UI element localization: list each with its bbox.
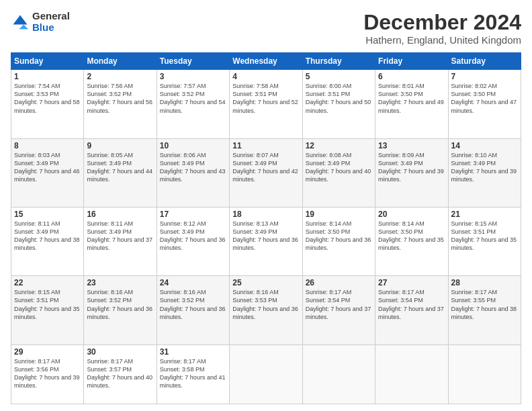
calendar-header-thursday: Thursday: [302, 53, 375, 70]
logo-icon: [11, 13, 30, 32]
cell-info: Sunrise: 7:57 AMSunset: 3:52 PMDaylight:…: [160, 82, 226, 115]
calendar-cell-day-20: 20Sunrise: 8:14 AMSunset: 3:50 PMDayligh…: [375, 207, 448, 275]
calendar-cell-day-17: 17Sunrise: 8:12 AMSunset: 3:49 PMDayligh…: [157, 207, 229, 275]
cell-info: Sunrise: 8:08 AMSunset: 3:49 PMDaylight:…: [306, 151, 372, 184]
calendar-week-1: 1Sunrise: 7:54 AMSunset: 3:53 PMDaylight…: [11, 70, 521, 138]
day-number: 16: [87, 210, 153, 219]
cell-info: Sunrise: 8:05 AMSunset: 3:49 PMDaylight:…: [87, 151, 153, 184]
cell-info: Sunrise: 8:07 AMSunset: 3:49 PMDaylight:…: [232, 151, 299, 184]
day-number: 9: [87, 141, 153, 150]
day-number: 3: [160, 72, 226, 81]
day-number: 7: [451, 72, 518, 81]
calendar-cell-day-26: 26Sunrise: 8:17 AMSunset: 3:54 PMDayligh…: [302, 276, 375, 345]
calendar-cell-day-9: 9Sunrise: 8:05 AMSunset: 3:49 PMDaylight…: [84, 138, 157, 207]
cell-info: Sunrise: 8:14 AMSunset: 3:50 PMDaylight:…: [378, 220, 445, 253]
calendar-header-wednesday: Wednesday: [230, 53, 302, 70]
calendar-cell-day-8: 8Sunrise: 8:03 AMSunset: 3:49 PMDaylight…: [11, 138, 84, 207]
day-number: 31: [160, 347, 226, 357]
calendar-cell-empty-3-5: [375, 345, 448, 404]
calendar-cell-day-2: 2Sunrise: 7:56 AMSunset: 3:52 PMDaylight…: [84, 70, 157, 138]
day-number: 8: [14, 141, 81, 150]
logo-line2: Blue: [32, 22, 70, 34]
svg-marker-0: [13, 15, 28, 24]
day-number: 19: [306, 210, 372, 219]
calendar-header-saturday: Saturday: [448, 53, 521, 70]
cell-info: Sunrise: 8:16 AMSunset: 3:52 PMDaylight:…: [87, 288, 153, 321]
day-number: 22: [14, 278, 81, 287]
logo: General Blue: [11, 11, 70, 33]
calendar-week-2: 8Sunrise: 8:03 AMSunset: 3:49 PMDaylight…: [11, 138, 521, 207]
cell-info: Sunrise: 7:54 AMSunset: 3:53 PMDaylight:…: [14, 82, 81, 115]
cell-info: Sunrise: 8:01 AMSunset: 3:50 PMDaylight:…: [378, 82, 445, 115]
calendar-cell-day-4: 4Sunrise: 7:58 AMSunset: 3:51 PMDaylight…: [230, 70, 302, 138]
calendar-cell-empty-3-4: [302, 345, 375, 404]
day-number: 15: [14, 210, 81, 219]
cell-info: Sunrise: 8:13 AMSunset: 3:49 PMDaylight:…: [232, 220, 299, 253]
day-number: 26: [306, 278, 372, 287]
cell-info: Sunrise: 8:17 AMSunset: 3:58 PMDaylight:…: [160, 357, 226, 390]
calendar-cell-day-15: 15Sunrise: 8:11 AMSunset: 3:49 PMDayligh…: [11, 207, 84, 275]
calendar-cell-day-27: 27Sunrise: 8:17 AMSunset: 3:54 PMDayligh…: [375, 276, 448, 345]
calendar-table: SundayMondayTuesdayWednesdayThursdayFrid…: [11, 52, 521, 404]
day-number: 10: [160, 141, 226, 150]
calendar-cell-day-24: 24Sunrise: 8:16 AMSunset: 3:52 PMDayligh…: [157, 276, 229, 345]
calendar-cell-day-3: 3Sunrise: 7:57 AMSunset: 3:52 PMDaylight…: [157, 70, 229, 138]
calendar-cell-day-1: 1Sunrise: 7:54 AMSunset: 3:53 PMDaylight…: [11, 70, 84, 138]
calendar-header-friday: Friday: [375, 53, 448, 70]
cell-info: Sunrise: 8:02 AMSunset: 3:50 PMDaylight:…: [451, 82, 518, 115]
day-number: 14: [451, 141, 518, 150]
calendar-cell-day-7: 7Sunrise: 8:02 AMSunset: 3:50 PMDaylight…: [448, 70, 521, 138]
day-number: 30: [87, 347, 153, 357]
calendar-week-3: 15Sunrise: 8:11 AMSunset: 3:49 PMDayligh…: [11, 207, 521, 275]
cell-info: Sunrise: 8:10 AMSunset: 3:49 PMDaylight:…: [451, 151, 518, 184]
header: General Blue December 2024 Hathern, Engl…: [11, 11, 521, 46]
day-number: 5: [306, 72, 372, 81]
day-number: 21: [451, 210, 518, 219]
day-number: 18: [232, 210, 299, 219]
cell-info: Sunrise: 8:11 AMSunset: 3:49 PMDaylight:…: [87, 220, 153, 253]
logo-line1: General: [32, 11, 70, 22]
svg-marker-1: [19, 24, 28, 29]
calendar-cell-day-13: 13Sunrise: 8:09 AMSunset: 3:49 PMDayligh…: [375, 138, 448, 207]
calendar-cell-day-5: 5Sunrise: 8:00 AMSunset: 3:51 PMDaylight…: [302, 70, 375, 138]
cell-info: Sunrise: 8:03 AMSunset: 3:49 PMDaylight:…: [14, 151, 81, 184]
calendar-cell-day-19: 19Sunrise: 8:14 AMSunset: 3:50 PMDayligh…: [302, 207, 375, 275]
day-number: 24: [160, 278, 226, 287]
cell-info: Sunrise: 8:14 AMSunset: 3:50 PMDaylight:…: [306, 220, 372, 253]
cell-info: Sunrise: 8:12 AMSunset: 3:49 PMDaylight:…: [160, 220, 226, 253]
calendar-cell-day-12: 12Sunrise: 8:08 AMSunset: 3:49 PMDayligh…: [302, 138, 375, 207]
calendar-header-tuesday: Tuesday: [157, 53, 229, 70]
cell-info: Sunrise: 8:09 AMSunset: 3:49 PMDaylight:…: [378, 151, 445, 184]
day-number: 29: [14, 347, 81, 357]
calendar-week-5: 29Sunrise: 8:17 AMSunset: 3:56 PMDayligh…: [11, 345, 521, 404]
calendar-cell-day-21: 21Sunrise: 8:15 AMSunset: 3:51 PMDayligh…: [448, 207, 521, 275]
calendar-cell-day-28: 28Sunrise: 8:17 AMSunset: 3:55 PMDayligh…: [448, 276, 521, 345]
subtitle: Hathern, England, United Kingdom: [363, 34, 521, 46]
day-number: 28: [451, 278, 518, 287]
calendar-cell-empty-3-3: [230, 345, 302, 404]
day-number: 6: [378, 72, 445, 81]
main-title: December 2024: [363, 11, 521, 34]
day-number: 12: [306, 141, 372, 150]
cell-info: Sunrise: 8:17 AMSunset: 3:55 PMDaylight:…: [451, 288, 518, 321]
cell-info: Sunrise: 8:17 AMSunset: 3:56 PMDaylight:…: [14, 357, 81, 390]
calendar-cell-day-10: 10Sunrise: 8:06 AMSunset: 3:49 PMDayligh…: [157, 138, 229, 207]
cell-info: Sunrise: 7:58 AMSunset: 3:51 PMDaylight:…: [232, 82, 299, 115]
calendar-cell-day-29: 29Sunrise: 8:17 AMSunset: 3:56 PMDayligh…: [11, 345, 84, 404]
logo-text: General Blue: [32, 11, 70, 33]
day-number: 23: [87, 278, 153, 287]
calendar-cell-day-23: 23Sunrise: 8:16 AMSunset: 3:52 PMDayligh…: [84, 276, 157, 345]
day-number: 11: [232, 141, 299, 150]
cell-info: Sunrise: 8:11 AMSunset: 3:49 PMDaylight:…: [14, 220, 81, 253]
cell-info: Sunrise: 8:15 AMSunset: 3:51 PMDaylight:…: [451, 220, 518, 253]
cell-info: Sunrise: 8:16 AMSunset: 3:52 PMDaylight:…: [160, 288, 226, 321]
calendar-header-sunday: Sunday: [11, 53, 84, 70]
calendar-header-monday: Monday: [84, 53, 157, 70]
cell-info: Sunrise: 8:17 AMSunset: 3:57 PMDaylight:…: [87, 357, 153, 390]
day-number: 2: [87, 72, 153, 81]
calendar-cell-day-30: 30Sunrise: 8:17 AMSunset: 3:57 PMDayligh…: [84, 345, 157, 404]
calendar-cell-day-18: 18Sunrise: 8:13 AMSunset: 3:49 PMDayligh…: [230, 207, 302, 275]
calendar-cell-day-31: 31Sunrise: 8:17 AMSunset: 3:58 PMDayligh…: [157, 345, 229, 404]
cell-info: Sunrise: 8:00 AMSunset: 3:51 PMDaylight:…: [306, 82, 372, 115]
cell-info: Sunrise: 8:17 AMSunset: 3:54 PMDaylight:…: [378, 288, 445, 321]
